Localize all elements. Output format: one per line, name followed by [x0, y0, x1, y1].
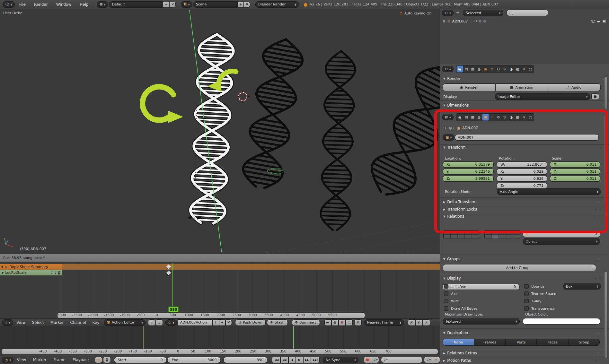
pin-icon[interactable]: ⊙: [443, 126, 446, 130]
dopesheet-mode-select[interactable]: ▣ Action Editor: [104, 319, 146, 326]
location-y-field[interactable]: Y:0.22145: [443, 169, 494, 175]
rotation-mode-select[interactable]: Axis Angle: [497, 188, 601, 195]
editor-type-button[interactable]: ⊟: [442, 66, 454, 72]
duplication-verts-button[interactable]: Verts: [506, 339, 537, 346]
panel-header-groups[interactable]: ▼Groups: [443, 257, 601, 261]
menu-view[interactable]: View: [16, 320, 25, 325]
panel-header-dimensions[interactable]: ▼Dimensions: [443, 103, 606, 108]
menu-file[interactable]: File: [19, 2, 26, 7]
scale-y-field[interactable]: Y:0.011: [550, 169, 600, 175]
editor-type-button[interactable]: ◔: [2, 357, 13, 363]
max-draw-type-select[interactable]: Textured: [443, 318, 520, 325]
particles-tab-icon[interactable]: ✳: [521, 114, 527, 120]
lock-time-button[interactable]: [103, 357, 110, 363]
layer-toggle[interactable]: [485, 235, 492, 239]
expand-plus-icon[interactable]: ⊕: [443, 19, 446, 23]
dopesheet-frame-line[interactable]: [172, 263, 173, 312]
menu-key[interactable]: Key: [93, 320, 100, 325]
editor-type-button[interactable]: ⊟: [442, 10, 454, 16]
use-preview-range-button[interactable]: ◔: [95, 357, 102, 363]
layers-grid-right[interactable]: [484, 230, 520, 239]
panel-header-render[interactable]: ▼Render: [443, 76, 606, 81]
object-data-tab-icon[interactable]: ▽: [502, 66, 508, 72]
location-z-field[interactable]: Z:3.99951: [443, 176, 494, 182]
render-tab-icon[interactable]: ◉: [457, 114, 463, 120]
outliner-display-mode-select[interactable]: Selected: [463, 10, 503, 16]
panel-header-transform[interactable]: ▼Transform: [443, 145, 606, 150]
checkbox-axis[interactable]: Axis: [444, 291, 478, 296]
outliner-search-field[interactable]: [507, 10, 548, 16]
scrollbar[interactable]: [604, 115, 608, 203]
delete-keyframe-button[interactable]: ✂: [432, 357, 440, 363]
render-tab-icon[interactable]: ◉: [457, 66, 463, 72]
modifiers-tab-icon[interactable]: ⚙: [495, 66, 501, 72]
render-animation-button[interactable]: ▦Animation: [495, 83, 548, 91]
channel-wrench-icon[interactable]: ⚙: [50, 271, 54, 275]
menu-channel[interactable]: Channel: [70, 320, 86, 325]
layer-toggle[interactable]: [485, 230, 492, 235]
constraints-tab-icon[interactable]: ∞: [489, 66, 495, 72]
physics-tab-icon[interactable]: ◌: [527, 114, 534, 120]
scale-x-field[interactable]: X:0.011: [550, 161, 600, 168]
expand-arrow-icon[interactable]: ▶: [2, 271, 4, 274]
location-x-field[interactable]: X:6.01179: [443, 161, 494, 168]
object-name-field[interactable]: ADN.007: [455, 134, 599, 141]
channel-row-locrotscale[interactable]: ▶ LocRotScale ⚙ ♪: [0, 270, 62, 275]
dope-sheet-editor[interactable]: ▼ ⚙ Dope Sheet Summary ▶ LocRotScale ⚙ ♪…: [0, 262, 441, 326]
layout-close-button[interactable]: ✕: [169, 1, 176, 8]
sync-mode-select[interactable]: No Sync: [323, 357, 358, 363]
render-layers-tab-icon[interactable]: ▤: [463, 66, 469, 72]
render-display-select[interactable]: Image Editor: [495, 93, 590, 100]
scrollbar[interactable]: [604, 271, 608, 359]
keying-set-field[interactable]: [381, 357, 423, 363]
channel-lock-icon[interactable]: [58, 273, 60, 274]
panel-header-relations-extras[interactable]: ▶Relations Extras: [443, 351, 601, 355]
menu-render[interactable]: Render: [34, 2, 48, 7]
screen-layout-icon-button[interactable]: ⊞: [97, 1, 108, 8]
panel-header-duplication[interactable]: ▼Duplication: [443, 331, 601, 335]
checkbox-name[interactable]: Name: [444, 284, 478, 289]
jump-to-start-button[interactable]: |◀◀: [272, 357, 280, 363]
scene-add-button[interactable]: +: [237, 1, 244, 8]
outliner-menu-icon[interactable]: ≡: [456, 11, 460, 15]
expand-arrow-icon[interactable]: ▼: [1, 265, 3, 268]
layer-toggle[interactable]: [451, 235, 458, 239]
screen-layout-field[interactable]: Default: [109, 1, 163, 8]
play-button[interactable]: ▶: [296, 357, 303, 363]
layer-toggle[interactable]: [499, 235, 506, 239]
checkbox-xray[interactable]: X-Ray: [524, 299, 556, 303]
rotation-w-field[interactable]: W:152.863°: [497, 161, 547, 168]
outliner-editor[interactable]: ⊟ ≡ Selected ⊕ ▽ ADN.007 | ↺ ▽ ⚙ ► ▣: [440, 9, 609, 65]
constraints-tab-icon[interactable]: ∞: [489, 114, 495, 120]
rotation-x-field[interactable]: X:-0.029: [497, 169, 547, 175]
channel-speaker-icon[interactable]: ♪: [55, 271, 57, 275]
layers-grid-left[interactable]: [443, 230, 479, 239]
render-engine-select[interactable]: Blender Render: [255, 1, 299, 8]
modifiers-tab-icon[interactable]: ⚙: [495, 114, 501, 120]
duplication-none-button[interactable]: None: [443, 339, 474, 346]
layer-toggle[interactable]: [513, 235, 520, 239]
scene-tab-icon[interactable]: ▦: [470, 66, 476, 72]
channel-row-summary[interactable]: ▼ ⚙ Dope Sheet Summary: [0, 264, 62, 270]
renderability-camera-icon[interactable]: ▣: [603, 19, 606, 23]
layer-toggle[interactable]: [465, 235, 472, 239]
scrollbar[interactable]: [604, 76, 608, 109]
push-down-button[interactable]: ⇊Push Down: [235, 319, 266, 326]
eyedropper-icon[interactable]: ✎: [594, 232, 598, 235]
editor-type-button[interactable]: ⊟: [442, 114, 454, 120]
object-data-tab-icon[interactable]: ▽: [502, 114, 508, 120]
move-action-up-button[interactable]: △: [156, 319, 163, 326]
scene-field[interactable]: Scene: [193, 1, 237, 8]
menu-select[interactable]: Select: [32, 320, 44, 325]
object-color-swatch[interactable]: [523, 318, 600, 325]
world-tab-icon[interactable]: ◍: [476, 66, 482, 72]
layout-add-button[interactable]: +: [163, 1, 169, 8]
zoom-region-button[interactable]: [346, 319, 353, 326]
layer-toggle[interactable]: [492, 235, 499, 239]
checkbox-texture-space[interactable]: Texture Space: [524, 291, 556, 296]
layer-toggle[interactable]: [444, 235, 451, 239]
object-browse-button[interactable]: ▣: [443, 134, 455, 141]
object-tab-icon[interactable]: ▣: [482, 114, 489, 120]
viewport-3d[interactable]: User Ortho ⊙ Auto Keying On (390) ADN.00…: [0, 9, 441, 254]
checkbox-transparency[interactable]: Transparency: [524, 306, 556, 311]
